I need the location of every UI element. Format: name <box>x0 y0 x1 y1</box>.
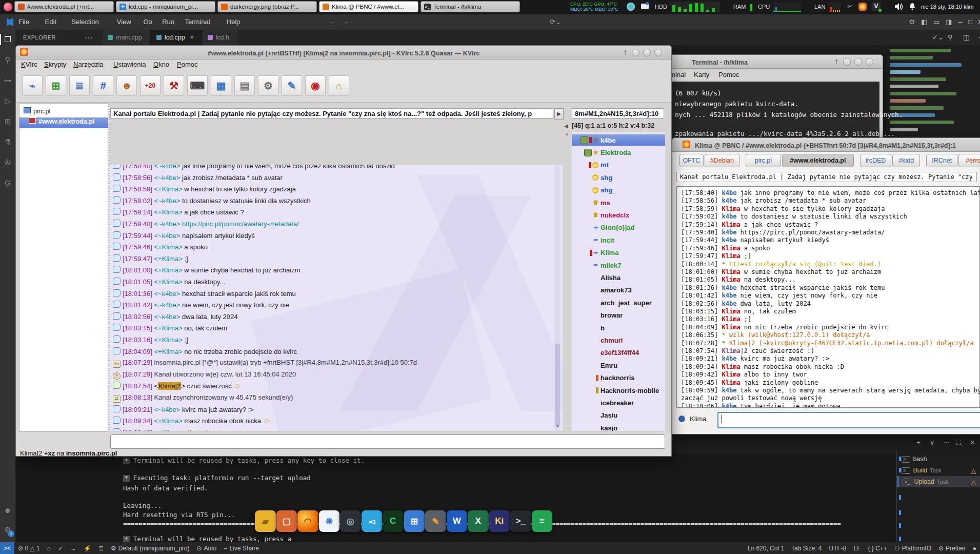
run-button[interactable]: ✓⌄ <box>932 33 944 41</box>
account-icon[interactable]: ☻ <box>0 506 15 515</box>
status-platformio[interactable]: ⚇PlatformIO <box>891 545 935 552</box>
remote-indicator[interactable]: >< <box>0 542 14 554</box>
nick[interactable]: <+Klima> <box>154 185 182 193</box>
maximize-button[interactable] <box>854 58 862 66</box>
volume-icon[interactable] <box>894 3 904 11</box>
window-list-tree[interactable]: pirc.pl#www.elektroda.pl <box>19 104 108 432</box>
menu-go[interactable]: Go <box>143 18 152 26</box>
channel-tab-Debian[interactable]: #Debian <box>705 154 739 167</box>
dock-sheets[interactable]: ≡ <box>532 510 553 532</box>
activity-testing-icon[interactable]: ⚗ <box>0 137 15 147</box>
nick[interactable]: <+Klima> <box>154 429 182 431</box>
nick[interactable]: <~k4be> <box>154 232 180 240</box>
clock[interactable]: nie 18 sty, 18:10 klim <box>921 4 978 10</box>
activity-explorer-icon[interactable]: ❐ <box>0 35 15 44</box>
shade-icon[interactable]: ↑ <box>834 57 838 66</box>
menu-view[interactable]: View <box>117 18 131 26</box>
layout-icon[interactable]: ▦ <box>211 75 231 96</box>
channel-tab-ircDED[interactable]: ircDED <box>860 154 891 167</box>
nicklist-item-incit[interactable]: ✒incit <box>572 234 665 246</box>
keyboard-icon[interactable]: ⌨ <box>187 75 208 96</box>
nick[interactable]: <~k4be> <box>154 174 180 182</box>
panel-terminal-dropdown-icon[interactable]: ∨ <box>930 439 935 446</box>
options-icon[interactable]: ⚙ <box>258 75 278 96</box>
dock-camera-lens[interactable]: ◎ <box>340 510 361 532</box>
ram-meter[interactable] <box>750 4 752 11</box>
nicklist-item-hacknorris[interactable]: hacknorris <box>572 372 665 384</box>
terminal-list-upload[interactable]: >_UploadTask△ <box>897 476 980 487</box>
nick[interactable]: <+Klima> <box>154 324 182 332</box>
taskbar-window-2[interactable]: darkenergy.png (obraz P... <box>217 1 317 12</box>
status-profile[interactable]: ⚙Default (miniquarium_pro) <box>107 545 193 552</box>
dock-image-editor[interactable]: ✎ <box>425 510 446 532</box>
chat-scrollbar-thumb[interactable] <box>555 344 560 426</box>
nicklist-item-Emru[interactable]: Emru <box>572 360 665 371</box>
menu-file[interactable]: File <box>18 18 29 26</box>
window-close-icon[interactable]: ✕ <box>977 18 980 26</box>
nick[interactable]: <+Klima> <box>154 278 182 286</box>
explorer-more-icon[interactable]: ⋯ <box>85 33 93 43</box>
fan-icon[interactable] <box>627 3 635 11</box>
status-encoding[interactable]: UTF-8 <box>825 545 850 552</box>
toggle-panel-icon[interactable]: ▭ <box>933 18 939 26</box>
shade-icon[interactable]: ↑ <box>623 48 627 57</box>
split-editor-icon[interactable]: ◫ <box>963 33 969 41</box>
kvirc-menu-5[interactable]: Pomoc <box>177 61 197 68</box>
hdd-meter[interactable] <box>671 2 720 12</box>
sync-dropdown-icon[interactable]: ⟳⌄ <box>550 18 561 26</box>
panel-splitter[interactable] <box>896 450 897 542</box>
activity-run-debug-icon[interactable]: ▷ <box>0 96 15 106</box>
menu-run[interactable]: Run <box>162 18 174 26</box>
taskbar-window-4[interactable]: >_Terminal - /h/klima <box>421 1 520 12</box>
hexchat-messages[interactable]: [17:58:40] k4be jak inne programy to nie… <box>676 186 980 408</box>
panel-panel-maximize-icon[interactable]: ⛶ <box>956 439 961 447</box>
nick[interactable]: <~k4be> <box>154 290 180 298</box>
dock-firefox[interactable]: ◠ <box>297 510 318 532</box>
topic-expand-icon[interactable]: ▶ <box>554 108 564 120</box>
dock-file-manager[interactable]: ▰ <box>255 510 276 532</box>
dock-telegram[interactable]: ◅ <box>362 510 383 532</box>
problems-status[interactable]: ⊘ 0 △ 1 <box>14 545 44 552</box>
channel-tab-pirc.pl[interactable]: pirc.pl <box>746 154 781 167</box>
nick[interactable]: <~k4be> <box>154 406 180 413</box>
status-auto[interactable]: ⊙Auto <box>193 545 221 552</box>
nicklist-item-Klima[interactable]: ✒Klima <box>572 247 665 259</box>
pio-upload-icon[interactable]: → <box>67 545 80 552</box>
status-language-mode[interactable]: { } C++ <box>865 545 891 552</box>
v-tray-icon[interactable]: V <box>872 2 881 11</box>
counter-icon[interactable]: +20 <box>140 75 161 96</box>
status-live-share[interactable]: ⌁Live Share <box>220 545 263 552</box>
activity-remote-icon[interactable]: ✇ <box>0 158 15 167</box>
nicklist-item-Hacknorris-mobile[interactable]: Hacknorris-mobile <box>572 385 665 396</box>
server-list-icon[interactable]: ≣ <box>69 75 90 96</box>
nicklist-item-shg[interactable]: @shg <box>572 172 665 183</box>
activity-platformio-icon[interactable]: G <box>0 179 15 187</box>
nick[interactable]: <~k4be> <box>154 165 180 170</box>
nicklist-item-Glonojad[interactable]: ✒Glon{o}jad <box>572 222 665 233</box>
nicklist-scroll-up-icon[interactable]: ▲ <box>565 131 569 136</box>
minimize-button[interactable] <box>843 58 851 66</box>
tab-close-icon[interactable]: × <box>190 34 194 41</box>
new-connection-icon[interactable]: ⊞ <box>46 75 66 96</box>
kvirc-tray-icon[interactable] <box>858 3 867 11</box>
pio-serial-icon[interactable]: ⚡ <box>80 545 95 552</box>
nicklist-item-shg_[interactable]: @shg_ <box>572 185 665 196</box>
nicklist-item-kasjo[interactable]: kasjo <box>572 422 665 431</box>
dock-libreoffice-impress[interactable]: ▢ <box>276 510 297 532</box>
dock-calculator[interactable]: ⊞ <box>404 510 425 532</box>
window-minimize-icon[interactable]: ─ <box>958 18 963 26</box>
terminal-menu-pomoc[interactable]: Pomoc <box>718 71 739 78</box>
dock-kvirc-app[interactable]: Ki <box>489 510 510 532</box>
channel-tab-kidd[interactable]: #kidd <box>892 154 920 167</box>
channel-tab-error[interactable]: #error <box>958 154 980 167</box>
nav-back-icon[interactable]: ← <box>329 18 336 26</box>
nicklist-item-chmuri[interactable]: chmuri <box>572 334 665 346</box>
cpu-graph[interactable] <box>773 2 801 12</box>
kvirc-menu-3[interactable]: Ustawienia <box>113 61 146 68</box>
nicklist-item-e3ef13f4ff44[interactable]: e3ef13f4ff44 <box>572 347 665 359</box>
minimize-button[interactable] <box>632 49 639 56</box>
panel-panel-more-icon[interactable]: ⋯ <box>943 439 950 446</box>
dock-green-c-app[interactable]: C <box>383 510 404 532</box>
kvirc-menu-1[interactable]: Skrypty <box>44 61 66 68</box>
nick[interactable]: <+Klima> <box>154 266 182 274</box>
